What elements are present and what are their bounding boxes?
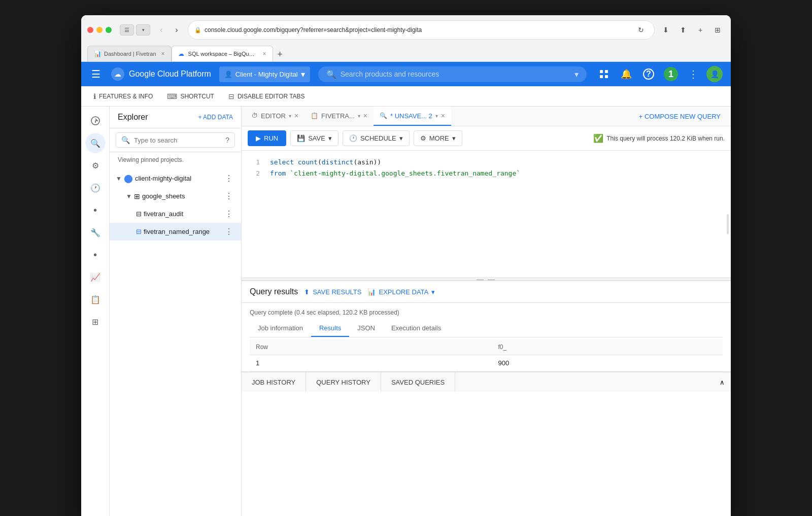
sidebar-dashboard-btn[interactable]: 📋 [85,289,106,309]
sidebar-analytics-btn[interactable] [85,111,106,131]
forward-btn[interactable]: › [170,23,184,37]
search-help-icon[interactable]: ? [225,136,229,144]
results-area: Query results ⬆ SAVE RESULTS 📊 EXPLORE D… [242,281,731,371]
sidebar-search-btn[interactable]: 🔍 [85,133,106,153]
gcp-topbar-actions: 🔔 ? 1 ⋮ 👤 [595,65,723,83]
tree-item-fivetran-named-range[interactable]: ⊟ fivetran_named_range ⋮ [110,223,241,240]
explore-data-btn[interactable]: 📊 EXPLORE DATA ▾ [367,288,435,296]
sidebar-toggle-btn[interactable]: ☰ [120,24,134,36]
features-info-btn[interactable]: ℹ FEATURES & INFO [87,89,159,104]
gcp-project-selector[interactable]: 👤 Client - Mighty Digital ▾ [219,66,310,82]
window-controls: ☰ ▾ [120,24,150,36]
project-more-btn[interactable]: ⋮ [223,173,235,184]
sidebar-dot2-btn[interactable]: • [85,245,106,265]
gcp-secondary-bar: ℹ FEATURES & INFO ⌨ SHORTCUT ⊟ DISABLE E… [81,86,731,107]
help-btn[interactable]: ? [639,65,658,83]
explorer-search-container[interactable]: 🔍 ? [116,132,235,148]
sidebar-table-btn[interactable]: ⊞ [85,312,106,332]
more-options-btn[interactable]: ⋮ [684,65,702,83]
unsaved-tab-dropdown[interactable]: ▾ [435,113,438,119]
results-tab-results[interactable]: Results [311,320,349,337]
more-btn[interactable]: ⚙ MORE ▾ [414,130,462,146]
editor-tab-close[interactable]: × [294,112,298,120]
sidebar-dot1-btn[interactable]: • [85,200,106,220]
results-tab-execution[interactable]: Execution details [383,320,449,337]
sidebar-history-btn[interactable]: 🕐 [85,178,106,198]
results-tab-job-info[interactable]: Job information [250,320,311,337]
reload-btn[interactable]: ↻ [634,23,648,37]
window-view-btn[interactable]: ▾ [136,24,150,36]
explorer-search-icon: 🔍 [121,136,130,144]
job-history-label: JOB HISTORY [252,379,295,386]
table-row: 1 900 [250,355,723,371]
results-header-row: Row f0_ [250,339,723,355]
code-content-2: from `client-mighty-digital.google_sheet… [270,168,520,179]
schedule-btn[interactable]: 🕐 SCHEDULE ▾ [343,130,410,146]
results-tab-label: Results [319,324,341,332]
address-bar-container[interactable]: 🔒 ↻ [188,20,655,40]
fivetra-tab-dropdown[interactable]: ▾ [358,113,360,119]
saved-queries-tab[interactable]: SAVED QUERIES [381,372,455,392]
fivetran-tab-close[interactable]: × [161,50,165,57]
browser-tab-fivetran[interactable]: 📊 Dashboard | Fivetran × [87,46,172,61]
tree-item-project[interactable]: ▼ ⬤ client-mighty-digital ⋮ [110,169,241,187]
code-scrollbar[interactable] [727,214,729,234]
gcp-menu-btn[interactable]: ☰ [89,66,103,82]
save-btn[interactable]: 💾 SAVE ▾ [290,130,339,146]
gcp-main: 🔍 ⚙ 🕐 • 🔧 • 📈 📋 ⊞ [81,107,731,516]
dataset-more-btn[interactable]: ⋮ [223,190,235,202]
back-btn[interactable]: ‹ [154,23,168,37]
gcp-topbar: ☰ ☁ Google Cloud Platform 👤 Client - Mig… [81,62,731,86]
sidebar-settings-btn[interactable]: ⚙ [85,155,106,176]
user-avatar[interactable]: 👤 [706,66,723,82]
shortcut-btn[interactable]: ⌨ SHORTCUT [161,89,220,104]
run-btn[interactable]: ▶ RUN [248,130,286,146]
gcp-search-input[interactable] [341,70,570,78]
save-results-btn[interactable]: ⬆ SAVE RESULTS [304,288,361,296]
job-history-tab[interactable]: JOB HISTORY [242,372,306,392]
notifications-count-btn[interactable]: 1 [662,65,680,83]
schedule-label: SCHEDULE [360,134,396,142]
marketplace-btn[interactable] [595,65,613,83]
query-history-tab[interactable]: QUERY HISTORY [306,372,381,392]
traffic-light-close[interactable] [87,27,93,33]
fivetra-tab-close[interactable]: × [363,112,367,120]
query-tab-editor[interactable]: ⏱ EDITOR ▾ × [246,107,304,126]
browser-tab-bigquery[interactable]: ☁ SQL workspace – BigQuery – Client – Mi… [172,46,273,61]
results-tabs: Job information Results JSON Execution d… [250,320,723,337]
query-tab-fivetra[interactable]: 📋 FIVETRA... ▾ × [304,107,374,126]
tree-item-dataset[interactable]: ▼ ⊞ google_sheets ⋮ [110,187,241,205]
col-f0: f0_ [492,339,723,355]
traffic-light-minimize[interactable] [96,27,103,33]
table2-more-btn[interactable]: ⋮ [223,226,235,237]
share-btn[interactable]: ⬆ [676,23,690,37]
download-btn[interactable]: ⬇ [659,23,673,37]
disable-editor-tabs-btn[interactable]: ⊟ DISABLE EDITOR TABS [222,89,311,104]
add-data-btn[interactable]: + ADD DATA [198,114,233,121]
project-chevron: ▼ [116,175,122,182]
tree-item-fivetran-audit[interactable]: ⊟ fivetran_audit ⋮ [110,205,241,223]
explorer-search-input[interactable] [134,136,221,144]
query-tab-unsaved[interactable]: 🔍 * UNSAVE... 2 ▾ × [374,107,451,126]
new-tab-btn[interactable]: + [693,23,707,37]
traffic-light-maximize[interactable] [106,27,112,33]
tab-grid-btn[interactable]: ⊞ [710,23,725,37]
sidebar-tools-btn[interactable]: 🔧 [85,222,106,243]
results-tab-json[interactable]: JSON [349,320,383,337]
address-bar-input[interactable] [205,26,631,33]
bigquery-tab-close[interactable]: × [263,50,266,57]
bottom-expand-btn[interactable]: ∧ [714,372,731,392]
bigquery-favicon: ☁ [178,50,185,57]
add-tab-btn[interactable]: + [273,47,287,61]
editor-tab-dropdown[interactable]: ▾ [289,113,291,119]
table1-more-btn[interactable]: ⋮ [223,208,235,220]
gcp-search[interactable]: 🔍 ▾ [318,66,587,82]
sidebar-icons: 🔍 ⚙ 🕐 • 🔧 • 📈 📋 ⊞ [81,107,110,516]
unsaved-tab-close[interactable]: × [441,112,445,120]
project-dropdown-icon: ▾ [301,70,305,79]
compose-new-query-btn[interactable]: + COMPOSE NEW QUERY [633,109,727,124]
notifications-btn[interactable]: 🔔 [617,65,635,83]
sidebar-chart-btn[interactable]: 📈 [85,267,106,287]
gcp-logo: ☁ Google Cloud Platform [111,67,211,81]
code-editor[interactable]: 1 select count(distinct(asin)) 2 from `c… [242,151,731,278]
